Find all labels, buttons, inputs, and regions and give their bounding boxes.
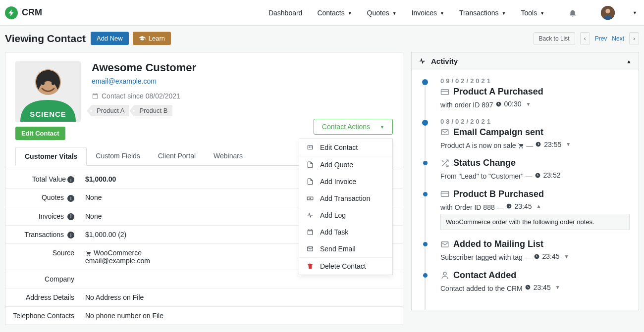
activity-item-title: Contact Added (453, 270, 516, 281)
add-new-label: Add New (97, 35, 123, 42)
action-edit-contact[interactable]: Edit Contact (299, 139, 392, 156)
learn-button[interactable]: Learn (133, 32, 171, 45)
notifications-icon[interactable] (568, 8, 577, 17)
info-icon[interactable]: i (67, 213, 74, 220)
contact-actions-label: Contact Actions (322, 123, 370, 131)
chevron-down-icon: ▼ (380, 125, 384, 130)
action-delete-contact[interactable]: Delete Contact (299, 257, 392, 275)
activity-item: Product B Purchased with Order ID 888 — … (421, 189, 630, 231)
tab-client-portal[interactable]: Client Portal (149, 147, 205, 166)
nav-dashboard[interactable]: Dashboard (268, 9, 303, 17)
tab-webinars[interactable]: Webinars (205, 147, 252, 166)
cart-icon (85, 250, 92, 257)
nav-tools[interactable]: Tools▼ (521, 9, 544, 17)
brand-name: CRM (22, 7, 42, 18)
contact-since-text: Contact since 08/02/2021 (102, 92, 180, 100)
next-link[interactable]: Next (612, 35, 624, 42)
svg-point-1 (605, 8, 610, 13)
nav-quotes-label: Quotes (367, 9, 389, 17)
activity-item-title: Product B Purchased (453, 189, 544, 199)
timeline-dot (422, 79, 428, 85)
add-new-button[interactable]: Add New (91, 32, 129, 45)
top-navbar: CRM Dashboard Contacts▼ Quotes▼ Invoices… (0, 0, 644, 26)
nav-invoices[interactable]: Invoices▼ (412, 9, 444, 17)
heartbeat-icon (306, 212, 314, 219)
chevron-right-icon: › (633, 35, 635, 42)
action-add-log[interactable]: Add Log (299, 207, 392, 224)
activity-item: Contact Added Contact added to the CRM 2… (421, 270, 630, 292)
chevron-down-icon[interactable]: ▼ (633, 10, 637, 15)
chevron-down-icon[interactable]: ▼ (566, 142, 571, 147)
user-avatar[interactable] (601, 6, 615, 20)
contact-actions-button[interactable]: Contact Actions ▼ (314, 119, 393, 135)
chevron-down-icon[interactable]: ▼ (555, 285, 560, 290)
contact-email-link[interactable]: email@example.com (92, 77, 157, 85)
clock-icon (525, 284, 531, 290)
chevron-down-icon: ▼ (348, 11, 352, 16)
action-add-quote-label: Add Quote (320, 161, 353, 169)
activity-item: 09/02/2021 Product A Purchased with orde… (421, 77, 630, 109)
nav-quotes[interactable]: Quotes▼ (367, 9, 397, 17)
prev-link[interactable]: Prev (595, 35, 607, 42)
activity-timeline: 09/02/2021 Product A Purchased with orde… (411, 70, 639, 310)
info-icon[interactable]: i (67, 176, 74, 183)
nav-transactions[interactable]: Transactions▼ (459, 9, 506, 17)
activity-item: Status Change From "Lead" to "Customer" … (421, 158, 630, 180)
tag-product-a[interactable]: Product A (92, 105, 129, 116)
nav-dashboard-label: Dashboard (268, 9, 303, 17)
chevron-down-icon: ▼ (392, 11, 397, 16)
brand[interactable]: CRM (5, 6, 42, 19)
vitals-total-value-label: Total Valuei (5, 170, 77, 188)
prev-icon-button[interactable]: ‹ (580, 32, 590, 45)
learn-label: Learn (149, 35, 165, 42)
action-add-quote[interactable]: Add Quote (299, 156, 392, 173)
action-add-task-label: Add Task (320, 228, 348, 236)
contact-name: Awesome Customer (92, 61, 196, 74)
activity-panel-header[interactable]: Activity ▲ (411, 52, 639, 70)
activity-note: WooCommerce order with the following ord… (440, 214, 630, 230)
vitals-phone-value: No phone number on File (77, 307, 403, 325)
chevron-down-icon: ▼ (440, 11, 444, 16)
contact-since: Contact since 08/02/2021 (92, 92, 196, 100)
user-icon (440, 271, 449, 280)
chevron-up-icon[interactable]: ▲ (537, 203, 541, 209)
info-icon[interactable]: i (67, 195, 74, 202)
action-add-transaction[interactable]: Add Transaction (299, 190, 392, 207)
svg-text:SCIENCE: SCIENCE (30, 110, 66, 118)
vitals-phone-label: Telephone Contacts (5, 307, 77, 325)
edit-contact-label: Edit Contact (21, 130, 59, 137)
activity-item-desc: with Order ID 888 — 23:45▲ (440, 202, 630, 211)
contact-actions-dropdown: Edit Contact Add Quote Add Invoice Add T… (299, 139, 393, 275)
action-edit-label: Edit Contact (320, 143, 358, 151)
envelope-icon (440, 240, 449, 249)
vitals-source-label: Source (5, 244, 77, 270)
contact-header-card: SCIENCE Edit Contact Awesome Customer em… (5, 52, 403, 170)
heartbeat-icon (419, 57, 426, 65)
tab-customer-vitals[interactable]: Customer Vitals (15, 147, 87, 166)
calendar-icon (92, 93, 99, 99)
action-send-email[interactable]: Send Email (299, 240, 392, 257)
timeline-dot (423, 161, 428, 165)
nav-contacts[interactable]: Contacts▼ (317, 9, 352, 17)
main-layout: SCIENCE Edit Contact Awesome Customer em… (0, 45, 644, 332)
chevron-down-icon[interactable]: ▼ (564, 254, 569, 259)
contact-tags: Product A Product B (92, 105, 196, 116)
tag-product-b[interactable]: Product B (134, 105, 172, 116)
activity-item-title: Email Campaign sent (453, 127, 543, 138)
info-icon[interactable]: i (67, 232, 74, 238)
nav-transactions-label: Transactions (459, 9, 499, 17)
action-add-invoice-label: Add Invoice (320, 178, 356, 186)
tab-custom-fields[interactable]: Custom Fields (87, 147, 149, 166)
chevron-down-icon[interactable]: ▼ (526, 101, 531, 107)
credit-card-icon (440, 88, 449, 96)
edit-contact-button[interactable]: Edit Contact (15, 127, 65, 140)
page-heading-actions: Back to List ‹ Prev Next › (534, 32, 639, 45)
brand-logo-icon (5, 6, 18, 19)
action-add-invoice[interactable]: Add Invoice (299, 173, 392, 190)
envelope-icon (440, 128, 449, 137)
back-to-list-button[interactable]: Back to List (534, 32, 575, 45)
svg-point-4 (42, 81, 45, 85)
action-add-task[interactable]: Add Task (299, 224, 392, 240)
next-icon-button[interactable]: › (629, 32, 639, 45)
activity-item-desc: Contact added to the CRM 23:45▼ (440, 284, 630, 292)
